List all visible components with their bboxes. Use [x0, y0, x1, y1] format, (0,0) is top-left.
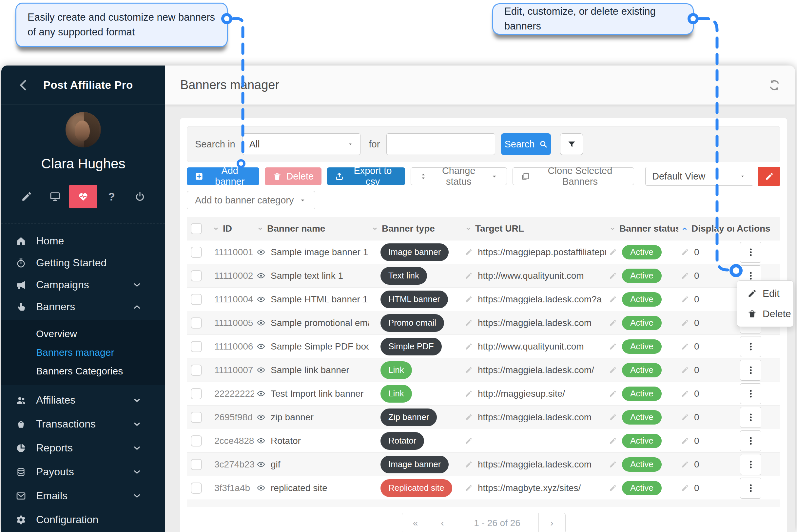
pencil-icon[interactable] [465, 461, 472, 469]
row-checkbox[interactable] [191, 294, 202, 305]
pencil-icon[interactable] [681, 296, 689, 303]
eye-icon[interactable] [257, 295, 265, 304]
heart-pulse-icon[interactable] [69, 185, 97, 208]
column-header-banner-name[interactable]: Banner name [254, 223, 369, 234]
pencil-icon[interactable] [465, 484, 472, 492]
sidebar-item-emails[interactable]: Emails [1, 484, 165, 508]
pencil-icon[interactable] [681, 437, 689, 445]
pencil-icon[interactable] [465, 413, 472, 421]
sidebar-item-configuration[interactable]: Configuration [1, 508, 165, 532]
pencil-icon[interactable] [465, 437, 472, 445]
eye-icon[interactable] [257, 436, 265, 445]
row-actions-button[interactable] [740, 242, 761, 263]
pencil-icon[interactable] [465, 343, 472, 350]
pencil-icon[interactable] [681, 248, 689, 256]
pencil-icon[interactable] [681, 390, 689, 398]
menu-item-edit[interactable]: Edit [737, 283, 793, 304]
row-checkbox[interactable] [191, 459, 202, 470]
column-header-display-ord[interactable]: Display ord [679, 223, 734, 234]
row-actions-button[interactable] [740, 407, 761, 428]
pencil-icon[interactable] [681, 484, 689, 492]
pencil-icon[interactable] [465, 248, 472, 256]
pencil-icon[interactable] [465, 296, 472, 303]
sidebar-item-affiliates[interactable]: Affiliates [1, 388, 165, 412]
menu-item-delete[interactable]: Delete [737, 304, 793, 324]
chevron-left-icon[interactable] [17, 79, 30, 92]
view-select[interactable]: Default View [645, 167, 753, 186]
pencil-icon[interactable] [609, 437, 617, 445]
pencil-icon[interactable] [465, 319, 472, 327]
eye-icon[interactable] [257, 460, 265, 469]
pencil-icon[interactable] [681, 319, 689, 327]
sidebar-item-campaigns[interactable]: Campaigns [1, 274, 165, 296]
search-field-select[interactable]: All [242, 133, 360, 155]
row-checkbox[interactable] [191, 365, 202, 376]
column-header-banner-status[interactable]: Banner status [606, 223, 679, 234]
row-checkbox[interactable] [191, 318, 202, 328]
search-input[interactable] [386, 133, 495, 155]
row-checkbox[interactable] [191, 412, 202, 423]
pencil-icon[interactable] [465, 366, 472, 374]
change-status-button[interactable]: Change status [411, 167, 507, 185]
pencil-icon[interactable] [13, 185, 41, 208]
refresh-icon[interactable] [768, 79, 781, 91]
eye-icon[interactable] [257, 342, 265, 351]
pencil-icon[interactable] [609, 461, 617, 469]
row-actions-button[interactable] [740, 454, 761, 475]
sidebar-item-transactions[interactable]: Transactions [1, 412, 165, 436]
edit-view-button[interactable] [758, 167, 780, 186]
submenu-item-overview[interactable]: Overview [1, 324, 165, 343]
row-checkbox[interactable] [191, 435, 202, 446]
row-actions-button[interactable] [740, 336, 761, 357]
row-checkbox[interactable] [191, 270, 202, 281]
pencil-icon[interactable] [609, 248, 617, 256]
add-banner-button[interactable]: Add banner [187, 167, 259, 185]
pencil-icon[interactable] [609, 343, 617, 350]
power-icon[interactable] [126, 185, 154, 208]
pencil-icon[interactable] [609, 413, 617, 421]
select-all-checkbox[interactable] [191, 223, 202, 234]
column-header-banner-type[interactable]: Banner type [369, 223, 462, 234]
sidebar-item-reports[interactable]: Reports [1, 436, 165, 460]
search-button[interactable]: Search [501, 133, 551, 155]
submenu-item-banners-manager[interactable]: Banners manager [1, 343, 165, 362]
pencil-icon[interactable] [609, 272, 617, 280]
pencil-icon[interactable] [465, 390, 472, 398]
row-actions-button[interactable] [740, 383, 761, 404]
question-icon[interactable]: ? [97, 185, 126, 208]
row-actions-button[interactable] [740, 360, 761, 381]
eye-icon[interactable] [257, 483, 265, 492]
pencil-icon[interactable] [681, 366, 689, 374]
column-header-id[interactable]: ID [210, 223, 254, 234]
pencil-icon[interactable] [681, 272, 689, 280]
eye-icon[interactable] [257, 366, 265, 375]
row-checkbox[interactable] [191, 341, 202, 352]
add-to-category-button[interactable]: Add to banner category [187, 191, 315, 209]
pencil-icon[interactable] [609, 390, 617, 398]
pencil-icon[interactable] [681, 413, 689, 421]
row-checkbox[interactable] [191, 247, 202, 258]
pencil-icon[interactable] [465, 272, 472, 280]
eye-icon[interactable] [257, 389, 265, 398]
row-checkbox[interactable] [191, 388, 202, 399]
pencil-icon[interactable] [609, 319, 617, 327]
pagination-prev-button[interactable]: ‹ [429, 513, 456, 532]
sidebar-item-banners[interactable]: Banners [1, 296, 165, 318]
pencil-icon[interactable] [681, 461, 689, 469]
row-actions-button[interactable] [740, 431, 761, 451]
row-checkbox[interactable] [191, 482, 202, 494]
pencil-icon[interactable] [681, 343, 689, 350]
eye-icon[interactable] [257, 318, 265, 327]
delete-button[interactable]: Delete [265, 167, 321, 185]
filter-button[interactable] [560, 133, 583, 155]
column-header-target-url[interactable]: Target URL [462, 223, 606, 234]
eye-icon[interactable] [257, 413, 265, 422]
sidebar-item-payouts[interactable]: Payouts [1, 460, 165, 484]
row-actions-button[interactable] [740, 478, 761, 499]
pencil-icon[interactable] [609, 484, 617, 492]
pagination-first-button[interactable]: « [402, 513, 429, 532]
pencil-icon[interactable] [609, 366, 617, 374]
eye-icon[interactable] [257, 271, 265, 280]
pencil-icon[interactable] [609, 296, 617, 303]
eye-icon[interactable] [257, 248, 265, 256]
